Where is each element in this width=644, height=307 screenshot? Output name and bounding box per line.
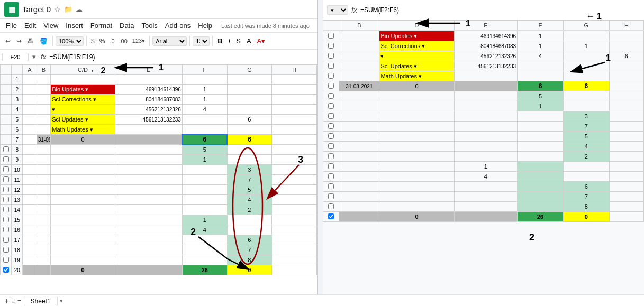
r-b18[interactable]: [339, 192, 379, 202]
sheet-tab-sheet1[interactable]: Sheet1: [24, 296, 58, 306]
cell-h20[interactable]: [272, 265, 317, 275]
r-e10[interactable]: [454, 111, 517, 122]
cell-e6[interactable]: [115, 125, 182, 135]
cell-h10[interactable]: [272, 165, 317, 175]
r-e18[interactable]: [454, 192, 517, 202]
checkbox-8[interactable]: [1, 145, 12, 155]
cell-b12[interactable]: [37, 185, 50, 195]
cell-f8[interactable]: 5: [182, 145, 227, 155]
cell-f10[interactable]: [182, 165, 227, 175]
cell-b5[interactable]: [37, 115, 50, 125]
r-g8[interactable]: [563, 91, 609, 101]
r-chk-14[interactable]: [323, 152, 339, 162]
r-g5[interactable]: [563, 61, 609, 71]
folder-icon[interactable]: 📁: [64, 5, 72, 13]
checkbox-input-19[interactable]: [3, 257, 9, 263]
r-d19[interactable]: [379, 202, 454, 212]
cell-g1[interactable]: [227, 75, 272, 85]
r-e6[interactable]: [454, 71, 517, 81]
cell-b17[interactable]: [37, 235, 50, 245]
menu-edit[interactable]: Edit: [21, 21, 40, 31]
r-chk-input-6[interactable]: [328, 73, 334, 79]
cell-g11[interactable]: 7: [227, 175, 272, 185]
cell-e8[interactable]: [115, 145, 182, 155]
currency-btn[interactable]: $: [89, 36, 96, 46]
decimal1-btn[interactable]: .0: [108, 37, 116, 45]
checkbox-input-17[interactable]: [3, 237, 9, 243]
r-g9[interactable]: [563, 101, 609, 111]
cell-f17[interactable]: [182, 235, 227, 245]
r-chk-input-17[interactable]: [328, 183, 334, 189]
menu-help[interactable]: Help: [194, 21, 216, 31]
paint-btn[interactable]: 🪣: [38, 36, 50, 46]
cell-f20[interactable]: 26: [182, 265, 227, 275]
checkbox-input-11[interactable]: [3, 176, 9, 182]
r-f15[interactable]: [518, 162, 564, 172]
r-chk-10[interactable]: [323, 111, 339, 122]
r-e5[interactable]: 4561213132233: [454, 61, 517, 71]
r-chk-12[interactable]: [323, 132, 339, 142]
r-chk-5[interactable]: [323, 61, 339, 71]
r-e11[interactable]: [454, 122, 517, 132]
r-g13[interactable]: 4: [563, 142, 609, 152]
cell-g13[interactable]: 4: [227, 195, 272, 205]
r-chk-input-4[interactable]: [328, 53, 334, 59]
add-sheet-btn[interactable]: +: [4, 296, 9, 306]
r-b3[interactable]: [339, 41, 379, 51]
checkbox-12[interactable]: [1, 185, 12, 195]
cell-f5[interactable]: [182, 115, 227, 125]
checkbox-cell[interactable]: [1, 75, 12, 85]
cell-f7-selected[interactable]: 6: [182, 135, 227, 145]
r-h2[interactable]: [609, 31, 643, 41]
fill-color-btn[interactable]: A▾: [255, 36, 268, 46]
strikethrough-btn[interactable]: S: [234, 36, 243, 46]
cell-f4[interactable]: 4: [182, 105, 227, 115]
cell-a12[interactable]: [23, 185, 37, 195]
r-e8[interactable]: [454, 91, 517, 101]
cell-ref-input[interactable]: [2, 53, 29, 61]
r-h17[interactable]: [609, 182, 643, 192]
cell-e12[interactable]: [115, 185, 182, 195]
r-b9[interactable]: [339, 101, 379, 111]
r-chk-input-20[interactable]: [328, 213, 334, 219]
cell-a16[interactable]: [23, 225, 37, 235]
r-chk-4[interactable]: [323, 51, 339, 61]
r-math-updates[interactable]: Math Updates ▾: [379, 71, 454, 81]
r-f18[interactable]: [518, 192, 564, 202]
checkbox-cell-4[interactable]: [1, 105, 12, 115]
cell-c15[interactable]: [51, 215, 115, 225]
cell-h15[interactable]: [272, 215, 317, 225]
r-sci-corrections[interactable]: Sci Corrections ▾: [379, 41, 454, 51]
bold-btn[interactable]: B: [215, 36, 224, 46]
checkbox-input-16[interactable]: [3, 227, 9, 232]
r-h5[interactable]: [609, 61, 643, 71]
cell-e5[interactable]: 4561213132233: [115, 115, 182, 125]
cell-b4[interactable]: [37, 105, 50, 115]
r-b2[interactable]: [339, 31, 379, 41]
r-e12[interactable]: [454, 132, 517, 142]
cell-e1[interactable]: [115, 75, 182, 85]
cell-a6[interactable]: [23, 125, 37, 135]
cell-a5[interactable]: [23, 115, 37, 125]
r-g7[interactable]: 6: [563, 81, 609, 91]
cell-b2[interactable]: [37, 85, 50, 95]
percent-btn[interactable]: %: [98, 36, 107, 46]
redo-btn[interactable]: ↪: [14, 36, 24, 46]
cell-f3[interactable]: 1: [182, 95, 227, 105]
right-formula-dropdown[interactable]: ▾: [327, 5, 348, 15]
cell-e15[interactable]: [115, 215, 182, 225]
cell-h13[interactable]: [272, 195, 317, 205]
cell-h8[interactable]: [272, 145, 317, 155]
menu-file[interactable]: File: [2, 21, 21, 31]
r-chk-16[interactable]: [323, 172, 339, 182]
r-chk-input-3[interactable]: [328, 43, 334, 49]
menu-tools[interactable]: Tools: [138, 21, 161, 31]
more-formats-btn[interactable]: 123▾: [131, 36, 147, 45]
r-b14[interactable]: [339, 152, 379, 162]
cell-h9[interactable]: [272, 155, 317, 165]
checkbox-10[interactable]: [1, 165, 12, 175]
cell-h3[interactable]: [272, 95, 317, 105]
cell-b11[interactable]: [37, 175, 50, 185]
cell-g14[interactable]: 2: [227, 205, 272, 215]
r-chk-input-13[interactable]: [328, 143, 334, 149]
